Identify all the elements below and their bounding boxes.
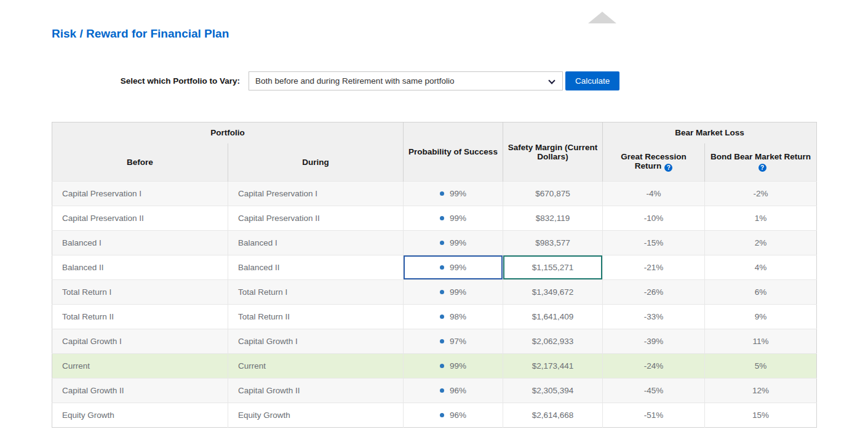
cell-before: Total Return II: [52, 305, 228, 329]
table-row[interactable]: Equity Growth Equity Growth 96% $2,614,6…: [52, 403, 817, 428]
cell-safety-margin[interactable]: $670,875: [503, 182, 603, 206]
cell-probability[interactable]: 99%: [404, 280, 503, 305]
probability-dot-icon: [440, 315, 444, 319]
cell-before: Equity Growth: [52, 403, 228, 428]
cell-probability[interactable]: 97%: [404, 329, 503, 354]
cell-probability[interactable]: 99%: [404, 231, 503, 255]
cell-bond-bear: 6%: [705, 280, 817, 305]
table-row[interactable]: Total Return II Total Return II 98% $1,6…: [52, 305, 817, 329]
header-during: During: [228, 143, 404, 182]
probability-dot-icon: [440, 241, 444, 245]
cell-safety-margin[interactable]: $2,173,441: [503, 354, 603, 379]
cell-great-recession: -39%: [603, 329, 705, 354]
cell-safety-margin[interactable]: $832,119: [503, 206, 603, 231]
table-row[interactable]: Capital Preservation II Capital Preserva…: [52, 206, 817, 231]
cell-bond-bear: 4%: [705, 255, 817, 280]
cell-great-recession: -10%: [603, 206, 705, 231]
help-icon[interactable]: ?: [759, 164, 766, 172]
cell-before: Balanced II: [52, 255, 228, 280]
cell-safety-margin[interactable]: $2,062,933: [503, 329, 603, 354]
cell-during: Total Return II: [228, 305, 404, 329]
cell-during: Balanced I: [228, 231, 404, 255]
probability-dot-icon: [440, 339, 444, 343]
cell-great-recession: -33%: [603, 305, 705, 329]
probability-dot-icon: [440, 265, 444, 270]
cell-safety-margin[interactable]: $1,641,409: [503, 305, 603, 329]
cell-before: Total Return I: [52, 280, 228, 305]
cell-probability[interactable]: 99%: [404, 206, 503, 231]
cell-safety-margin[interactable]: $1,155,271: [503, 255, 603, 280]
collapse-section-arrow-icon[interactable]: [588, 12, 616, 23]
table-body: Capital Preservation I Capital Preservat…: [52, 182, 817, 428]
cell-before: Capital Growth II: [52, 379, 228, 403]
cell-bond-bear: 9%: [705, 305, 817, 329]
cell-probability[interactable]: 98%: [404, 305, 503, 329]
table-row[interactable]: Capital Growth I Capital Growth I 97% $2…: [52, 329, 817, 354]
cell-great-recession: -51%: [603, 403, 705, 428]
probability-dot-icon: [440, 364, 444, 368]
cell-before: Capital Preservation II: [52, 206, 228, 231]
cell-great-recession: -4%: [603, 182, 705, 206]
cell-probability[interactable]: 99%: [404, 354, 503, 379]
header-portfolio-group: Portfolio: [52, 122, 404, 143]
header-safety-margin: Safety Margin (Current Dollars): [503, 122, 603, 182]
cell-bond-bear: 5%: [705, 354, 817, 379]
header-probability: Probability of Success: [404, 122, 503, 182]
cell-bond-bear: 2%: [705, 231, 817, 255]
cell-bond-bear: -2%: [705, 182, 817, 206]
cell-bond-bear: 15%: [705, 403, 817, 428]
cell-probability[interactable]: 96%: [404, 403, 503, 428]
table-row[interactable]: Balanced I Balanced I 99% $983,577 -15% …: [52, 231, 817, 255]
cell-before: Current: [52, 354, 228, 379]
cell-probability[interactable]: 99%: [404, 255, 503, 280]
cell-during: Equity Growth: [228, 403, 404, 428]
cell-during: Current: [228, 354, 404, 379]
portfolio-vary-select[interactable]: Both before and during Retirement with s…: [249, 71, 563, 90]
help-icon[interactable]: ?: [664, 164, 672, 172]
cell-safety-margin[interactable]: $1,349,672: [503, 280, 603, 305]
chevron-down-icon: [548, 77, 555, 84]
header-before: Before: [52, 143, 228, 182]
cell-before: Capital Growth I: [52, 329, 228, 354]
cell-bond-bear: 1%: [705, 206, 817, 231]
cell-during: Capital Growth I: [228, 329, 404, 354]
table-header: Portfolio Probability of Success Safety …: [52, 122, 817, 182]
table-row[interactable]: Total Return I Total Return I 99% $1,349…: [52, 280, 817, 305]
cell-bond-bear: 12%: [705, 379, 817, 403]
page-title: Risk / Reward for Financial Plan: [52, 27, 229, 41]
risk-reward-table: Portfolio Probability of Success Safety …: [52, 122, 817, 428]
cell-probability[interactable]: 96%: [404, 379, 503, 403]
table-row[interactable]: Capital Growth II Capital Growth II 96% …: [52, 379, 817, 403]
cell-before: Capital Preservation I: [52, 182, 228, 206]
probability-dot-icon: [440, 216, 444, 220]
cell-during: Capital Preservation I: [228, 182, 404, 206]
calculate-button[interactable]: Calculate: [565, 71, 619, 90]
probability-dot-icon: [440, 191, 444, 196]
table-row[interactable]: Capital Preservation I Capital Preservat…: [52, 182, 817, 206]
cell-bond-bear: 11%: [705, 329, 817, 354]
header-bear-market-group: Bear Market Loss: [603, 122, 817, 143]
cell-great-recession: -45%: [603, 379, 705, 403]
cell-safety-margin[interactable]: $983,577: [503, 231, 603, 255]
cell-during: Capital Growth II: [228, 379, 404, 403]
cell-great-recession: -26%: [603, 280, 705, 305]
header-great-recession: Great Recession Return?: [603, 143, 705, 182]
header-bond-bear: Bond Bear Market Return?: [705, 143, 817, 182]
cell-safety-margin[interactable]: $2,305,394: [503, 379, 603, 403]
cell-during: Total Return I: [228, 280, 404, 305]
portfolio-vary-controls: Select which Portfolio to Vary: Both bef…: [52, 71, 619, 90]
cell-during: Capital Preservation II: [228, 206, 404, 231]
cell-safety-margin[interactable]: $2,614,668: [503, 403, 603, 428]
cell-great-recession: -24%: [603, 354, 705, 379]
probability-dot-icon: [440, 290, 444, 294]
table-row[interactable]: Current Current 99% $2,173,441 -24% 5%: [52, 354, 817, 379]
cell-probability[interactable]: 99%: [404, 182, 503, 206]
portfolio-vary-label: Select which Portfolio to Vary:: [52, 76, 240, 86]
probability-dot-icon: [440, 413, 444, 417]
cell-great-recession: -21%: [603, 255, 705, 280]
cell-during: Balanced II: [228, 255, 404, 280]
table-row[interactable]: Balanced II Balanced II 99% $1,155,271 -…: [52, 255, 817, 280]
cell-before: Balanced I: [52, 231, 228, 255]
cell-great-recession: -15%: [603, 231, 705, 255]
probability-dot-icon: [440, 388, 444, 393]
